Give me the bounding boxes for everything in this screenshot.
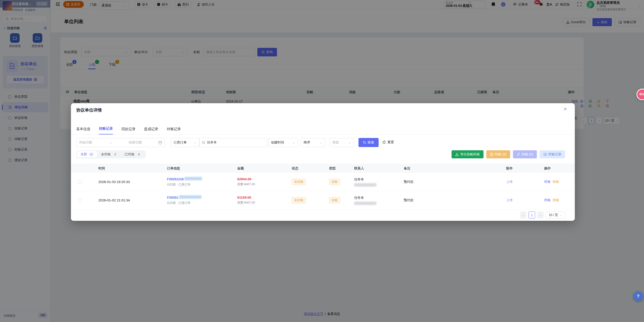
segment-reconciled[interactable]: 已对账0 [121, 151, 145, 158]
help-widget-button[interactable]: ? [633, 292, 643, 301]
select-all-checkbox[interactable] [78, 166, 82, 170]
note: 预付款 [404, 180, 414, 184]
search-icon [363, 141, 366, 144]
tab-payment-records[interactable]: 回款记录 [122, 127, 136, 134]
segment-unreconciled[interactable]: 未对账2 [97, 151, 121, 158]
export-credit-list-button[interactable]: 导出挂账列表 [452, 150, 484, 158]
reset-button[interactable]: 重置 [382, 140, 394, 145]
calendar-icon [158, 141, 162, 144]
status-tag: 未对账 [292, 179, 306, 185]
prev-page-button[interactable]: ‹ [520, 211, 527, 219]
credit-row[interactable]: 2026-01-03 19:20:33 F20251218 G20房 · 订房订… [71, 173, 575, 191]
split-link[interactable]: 拆账 [553, 198, 559, 202]
close-icon[interactable]: ✕ [564, 106, 567, 112]
swap-arrows-icon [517, 153, 520, 156]
amount: ¥1159.00 [237, 196, 255, 199]
check-square-icon [490, 153, 493, 156]
row-checkbox[interactable] [78, 180, 82, 184]
list-icon [543, 153, 547, 156]
next-page-button[interactable]: › [537, 211, 544, 219]
reconcile-link[interactable]: 对账 [544, 180, 551, 184]
tab-reconcile-records[interactable]: 对账记录 [167, 127, 181, 134]
order-sub: G20房 · 订房订单 [167, 201, 202, 205]
modal-title: 协议单位详情 [76, 107, 102, 113]
modal-pagination: ‹ 1 › 10 / 页 [520, 211, 565, 219]
redacted-phone [354, 202, 376, 205]
amount-sub: 房费:¥407.00 [237, 201, 255, 205]
amount-sub: 房费:¥407.00 [237, 182, 255, 187]
date-range-picker[interactable]: 开始日期 → 结束日期 [76, 138, 165, 147]
redacted-order-suffix [179, 195, 202, 199]
reconcile-filter-segments: 全部2 未对账2 已对账0 [76, 150, 146, 158]
row-checkbox[interactable] [78, 198, 82, 202]
tab-basic-info[interactable]: 基本信息 [76, 127, 90, 134]
reconcile-link[interactable]: 对账 [544, 198, 551, 202]
refresh-icon [382, 140, 386, 144]
status-tag: 未对账 [292, 197, 306, 203]
sort-field-select[interactable]: 创建时间 [268, 138, 298, 147]
type-tag: 挂账 [329, 197, 340, 203]
upload-link[interactable]: 上传 [506, 198, 513, 202]
redacted-phone [354, 183, 376, 187]
reconcile-button[interactable]: 对账 (0) [486, 150, 510, 158]
split-link[interactable]: 拆账 [553, 180, 559, 184]
type-select[interactable]: 类型 [330, 138, 354, 147]
order-sub: G20房 · 订房订单 [167, 183, 202, 187]
modal-table-header: 时间 订单信息 金额 状态 类型 联系人 备注 附件 操作 [71, 164, 575, 173]
order-number-link[interactable]: F20251 [167, 196, 178, 199]
tab-credit-records[interactable]: 挂账记录 [99, 126, 113, 135]
note: 预付款 [404, 198, 414, 202]
search-icon [202, 141, 205, 144]
contact-name: 任冬冬 [354, 177, 376, 182]
row-time: 2026-01-03 19:20:33 [98, 180, 130, 184]
credit-row[interactable]: 2026-01-02 21:01:34 F20251 G20房 · 订房订单 ¥… [71, 191, 575, 209]
arrow-right-icon: → [109, 141, 112, 145]
keyword-search-input[interactable]: 任冬冬 [199, 138, 267, 147]
contact-name: 任冬冬 [354, 196, 376, 200]
download-icon [455, 153, 459, 156]
page-size-select[interactable]: 10 / 页 [546, 211, 565, 219]
order-type-select[interactable]: 订房订单 [171, 138, 199, 147]
current-page[interactable]: 1 [529, 211, 535, 219]
redacted-order-suffix [184, 177, 202, 180]
sort-direction-select[interactable]: 降序 [301, 138, 325, 147]
order-number-link[interactable]: F20251218 [167, 177, 184, 181]
transfer-button-disabled[interactable]: 转账 (0) [513, 150, 537, 158]
amount: ¥2944.00 [237, 177, 255, 181]
divider [71, 134, 575, 135]
modal-tabs: 基本信息 挂账记录 回款记录 提成记录 对账记录 [76, 126, 181, 135]
upload-link[interactable]: 上传 [506, 180, 513, 184]
reconcile-records-button[interactable]: 对账记录 [540, 150, 565, 158]
tab-commission-records[interactable]: 提成记录 [144, 127, 158, 134]
agreement-unit-detail-modal: 协议单位详情 ✕ 基本信息 挂账记录 回款记录 提成记录 对账记录 开始日期 →… [71, 103, 575, 221]
row-time: 2026-01-02 21:01:34 [98, 198, 130, 202]
type-tag: 挂账 [329, 179, 340, 185]
search-button[interactable]: 搜索 [358, 138, 379, 147]
segment-all[interactable]: 全部2 [77, 151, 97, 158]
